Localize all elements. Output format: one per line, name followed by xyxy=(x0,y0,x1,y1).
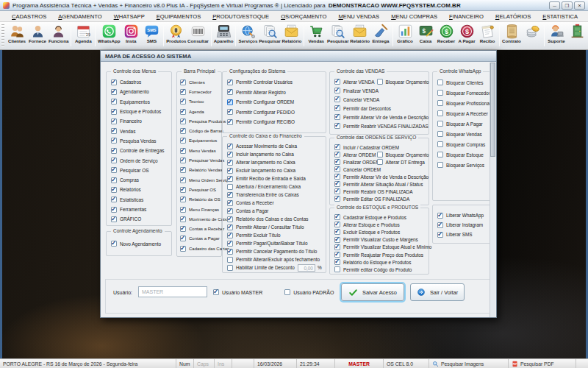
usuario-master-checkbox-row[interactable]: Usuário MASTER xyxy=(213,289,262,295)
checkbox[interactable] xyxy=(377,152,383,158)
dialog-title-bar[interactable]: MAPA DE ACESSO AO SISTEMA xyxy=(101,51,496,62)
checkbox[interactable] xyxy=(111,197,117,202)
checkbox[interactable] xyxy=(111,216,117,222)
toolbar-button-fornecedor[interactable]: Fornece xyxy=(27,22,48,43)
checkbox-row[interactable]: Finalizar ORDEM xyxy=(334,158,377,166)
checkbox[interactable] xyxy=(227,109,233,115)
toolbar-button-clientes[interactable]: Clientes xyxy=(7,22,27,43)
checkbox[interactable] xyxy=(334,152,340,158)
checkbox-row[interactable]: Liberar Instagram xyxy=(437,220,490,230)
checkbox-row[interactable]: Pesquisa Produtos xyxy=(180,116,221,126)
checkbox-row[interactable]: Pesquisar OS xyxy=(180,185,221,194)
checkbox[interactable] xyxy=(180,207,186,213)
checkbox-row[interactable]: Relatório do Estoque e Produtos xyxy=(334,258,429,266)
checkbox[interactable] xyxy=(437,100,443,106)
checkbox-row[interactable]: Equipamentos xyxy=(111,97,171,107)
usuario-padrao-checkbox-row[interactable]: Usuário PADRÃO xyxy=(284,289,334,295)
menu-compras[interactable]: MENU COMPRAS xyxy=(385,13,443,20)
checkbox[interactable] xyxy=(227,257,233,263)
checkbox-row[interactable]: Excluir Estoque e Produtos xyxy=(334,228,429,236)
checkbox[interactable] xyxy=(437,79,443,85)
status-search-pdf[interactable]: Pesquisar PDF xyxy=(509,359,576,368)
checkbox[interactable] xyxy=(180,167,186,173)
checkbox[interactable] xyxy=(334,188,340,194)
checkbox-row[interactable]: Emitir Recibo de Entrada e Saída xyxy=(227,174,326,183)
menu-whatsapp[interactable]: WHATSAPP xyxy=(108,13,151,20)
checkbox-row[interactable]: Contas a Receber xyxy=(180,224,221,233)
checkbox-row[interactable]: Permitir Configurar PEDIDO xyxy=(227,107,326,118)
toolbar-button-recibo[interactable]: Recibo xyxy=(477,22,498,43)
checkbox[interactable] xyxy=(334,144,340,150)
checkbox-row[interactable]: Relatório Vendas xyxy=(180,166,221,175)
checkbox-row[interactable]: Incluir lançamento no Caixa xyxy=(227,150,326,158)
checkbox[interactable] xyxy=(111,118,117,124)
toolbar-grip-icon[interactable] xyxy=(1,24,4,47)
checkbox[interactable] xyxy=(334,229,340,235)
checkbox[interactable] xyxy=(180,99,186,105)
checkbox-row[interactable]: Bloquear Compras xyxy=(437,139,490,149)
checkbox[interactable] xyxy=(334,222,340,227)
checkbox-row[interactable]: Relatório dos Caixas e das Contas xyxy=(227,215,326,223)
checkbox-row[interactable]: Permitir Reabrir VENDAS FINALIZADAS xyxy=(334,121,429,130)
checkbox-row[interactable]: Alterar lançamento no Caixa xyxy=(227,158,326,166)
checkbox[interactable] xyxy=(180,118,186,124)
checkbox[interactable] xyxy=(334,79,340,85)
checkbox-row[interactable]: Bloquear Estoque xyxy=(437,149,490,160)
checkbox[interactable] xyxy=(227,265,233,271)
toolbar-button-sair[interactable] xyxy=(567,22,587,38)
checkbox[interactable] xyxy=(111,99,117,105)
toolbar-button-agenda[interactable]: Agenda xyxy=(73,22,93,43)
checkbox[interactable] xyxy=(180,138,186,144)
checkbox[interactable] xyxy=(111,158,117,163)
checkbox-row[interactable]: Relatório da OS xyxy=(180,195,221,205)
checkbox[interactable] xyxy=(334,105,340,111)
checkbox[interactable] xyxy=(334,88,340,93)
checkbox[interactable] xyxy=(180,79,186,85)
close-icon[interactable]: ✕ xyxy=(574,1,585,10)
toolbar-button-entrega[interactable]: Entrega xyxy=(370,22,391,43)
checkbox-row[interactable]: Relatórios xyxy=(111,185,171,194)
checkbox-row[interactable]: Fornecedor xyxy=(180,87,221,96)
toolbar-button-produtos[interactable]: Produtos xyxy=(165,22,187,43)
checkbox[interactable] xyxy=(227,168,233,174)
checkbox[interactable] xyxy=(180,128,186,134)
minimize-icon[interactable]: ─ xyxy=(549,1,560,10)
toolbar-button-funcionario[interactable]: Funciona xyxy=(48,22,69,43)
checkbox[interactable] xyxy=(227,200,233,206)
checkbox[interactable] xyxy=(437,222,443,228)
checkbox[interactable] xyxy=(111,167,117,173)
checkbox-row[interactable]: Tecnico xyxy=(180,97,221,107)
menu-agendamento[interactable]: AGENDAMENTO xyxy=(52,13,107,20)
checkbox-row[interactable]: Estoque e Produtos xyxy=(111,107,171,116)
checkbox-row[interactable]: Contas a Pagar xyxy=(227,207,326,215)
checkbox[interactable] xyxy=(334,174,340,180)
checkbox[interactable] xyxy=(180,226,186,232)
checkbox[interactable] xyxy=(111,241,117,247)
maximize-icon[interactable]: ❐ xyxy=(562,1,573,10)
limite-desconto-input[interactable]: 0,00 xyxy=(298,264,315,272)
checkbox[interactable] xyxy=(180,197,186,202)
checkbox[interactable] xyxy=(213,289,219,295)
toolbar-button-contrato[interactable]: Contrato xyxy=(501,22,522,43)
checkbox-row[interactable]: Movimento de Caixa xyxy=(180,214,221,224)
checkbox-row[interactable]: Abertura / Encerramento Caixa xyxy=(227,183,326,191)
toolbar-button-vendas[interactable]: Vendas xyxy=(306,22,326,43)
checkbox[interactable] xyxy=(227,99,233,105)
checkbox[interactable] xyxy=(334,244,340,250)
checkbox[interactable] xyxy=(227,224,233,230)
menu-produto-estoque[interactable]: PRODUTO/ESTOQUE xyxy=(207,13,275,20)
checkbox[interactable] xyxy=(334,214,340,220)
checkbox[interactable] xyxy=(111,148,117,154)
checkbox[interactable] xyxy=(111,79,117,85)
checkbox-row[interactable]: Estatisticas xyxy=(111,195,171,205)
checkbox-row[interactable]: Permitir Alterar Vlr de Venda e Descriçã… xyxy=(334,113,429,121)
checkbox-row[interactable]: Permitir editar Códgo do Produto xyxy=(334,266,429,273)
checkbox-row[interactable]: Compras xyxy=(111,175,171,185)
checkbox-row[interactable]: Permitir Pagar/Quitar/Baixar Título xyxy=(227,239,326,247)
exit-back-button[interactable]: Sair / Voltar xyxy=(410,283,465,301)
checkbox-row[interactable]: Permitir Visualizar Custo e Margens xyxy=(334,236,429,244)
checkbox-row[interactable]: Cadastrar Estoque e Produtos xyxy=(334,213,429,221)
checkbox[interactable] xyxy=(227,152,233,158)
toolbar-button-caixa[interactable]: Caixa xyxy=(415,22,436,43)
checkbox-row[interactable]: Bloquear Fornecedor xyxy=(437,88,490,98)
